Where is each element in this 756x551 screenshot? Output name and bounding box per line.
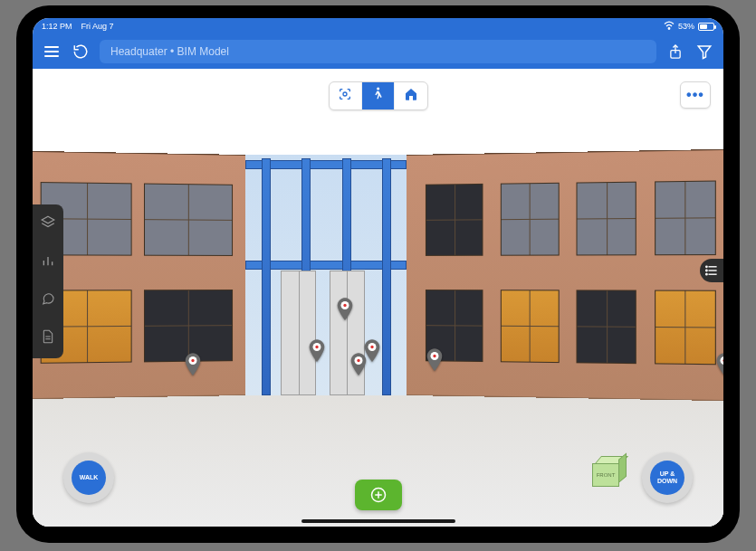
svg-point-21 xyxy=(343,92,347,96)
cube-face-label: FRONT xyxy=(597,472,616,478)
doc-icon xyxy=(42,329,54,347)
model-viewport[interactable]: ••• WALK UP & DOWN FRONT xyxy=(33,69,723,527)
updown-label: UP & DOWN xyxy=(657,470,677,484)
view-cube[interactable]: FRONT xyxy=(588,456,624,490)
layers-rail-button[interactable] xyxy=(39,215,57,233)
app-toolbar: Headquater • BIM Model xyxy=(33,34,723,69)
walk-icon xyxy=(371,87,384,105)
svg-point-18 xyxy=(433,355,435,357)
status-bar: 1:12 PM Fri Aug 7 53% xyxy=(33,18,723,34)
svg-point-34 xyxy=(706,274,707,275)
issue-marker[interactable] xyxy=(350,353,367,376)
svg-point-8 xyxy=(191,359,194,362)
walk-mode-button[interactable] xyxy=(362,82,395,109)
bars-icon xyxy=(41,253,55,271)
ipad-frame: 1:12 PM Fri Aug 7 53% xyxy=(16,5,740,543)
svg-point-14 xyxy=(371,345,374,347)
orbit-mode-button[interactable] xyxy=(330,82,362,109)
status-time: 1:12 PM Fri Aug 7 xyxy=(42,22,114,31)
docs-rail-button[interactable] xyxy=(39,329,57,347)
svg-point-16 xyxy=(357,359,359,362)
svg-point-0 xyxy=(668,28,670,30)
filter-icon[interactable] xyxy=(694,42,714,62)
svg-point-33 xyxy=(706,270,707,271)
updown-joystick[interactable]: UP & DOWN xyxy=(642,452,693,503)
wifi-icon xyxy=(664,21,675,32)
comments-rail-button[interactable] xyxy=(39,291,57,309)
view-mode-toggle xyxy=(329,81,428,110)
plus-icon xyxy=(370,487,387,503)
svg-point-10 xyxy=(316,345,319,347)
menu-icon[interactable] xyxy=(42,42,62,62)
refresh-icon[interactable] xyxy=(71,42,91,62)
issue-marker[interactable] xyxy=(309,339,325,363)
svg-point-22 xyxy=(377,87,379,90)
more-button[interactable]: ••• xyxy=(680,81,711,109)
ellipsis-icon: ••• xyxy=(686,87,704,103)
svg-marker-6 xyxy=(698,46,711,59)
issue-marker[interactable] xyxy=(185,353,201,376)
home-view-button[interactable] xyxy=(395,82,427,109)
chat-icon xyxy=(41,291,55,309)
walk-label: WALK xyxy=(80,474,99,481)
svg-point-12 xyxy=(343,304,346,307)
issue-marker[interactable] xyxy=(337,298,353,321)
battery-icon xyxy=(698,23,714,31)
date-text: Fri Aug 7 xyxy=(81,22,114,31)
home-icon xyxy=(404,87,418,105)
issue-marker[interactable] xyxy=(426,348,443,372)
walk-joystick[interactable]: WALK xyxy=(63,452,114,503)
list-toggle[interactable] xyxy=(700,259,723,282)
home-indicator xyxy=(301,519,455,523)
svg-point-32 xyxy=(706,266,707,267)
insights-rail-button[interactable] xyxy=(39,253,57,271)
target-icon xyxy=(338,87,352,105)
model-title-field[interactable]: Headquater • BIM Model xyxy=(100,40,656,63)
svg-marker-23 xyxy=(42,216,54,223)
add-button[interactable] xyxy=(355,480,402,510)
share-icon[interactable] xyxy=(665,42,685,62)
side-rail xyxy=(33,204,63,358)
battery-pct: 53% xyxy=(678,22,694,31)
app-screen: 1:12 PM Fri Aug 7 53% xyxy=(33,18,723,527)
stack-icon xyxy=(40,214,56,234)
model-title-text: Headquater • BIM Model xyxy=(110,45,229,58)
clock-text: 1:12 PM xyxy=(42,22,72,31)
issue-marker[interactable] xyxy=(716,353,723,376)
